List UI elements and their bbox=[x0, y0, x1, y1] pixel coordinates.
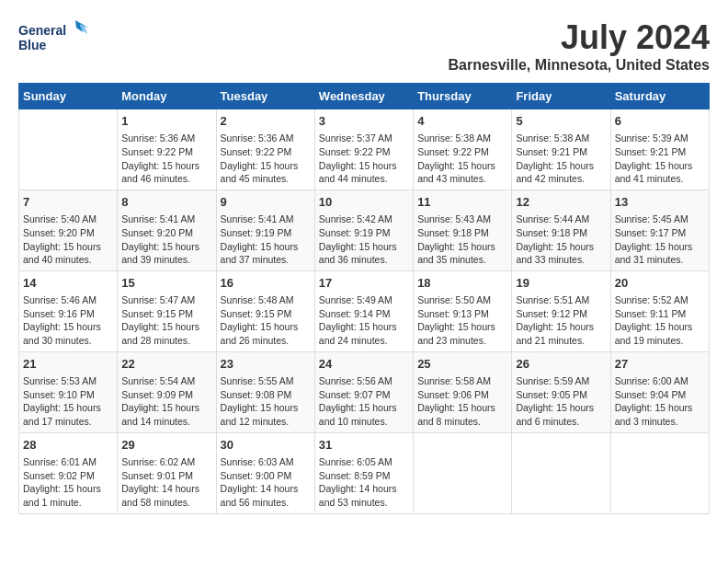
day-number: 31 bbox=[319, 437, 409, 454]
day-info: Sunrise: 5:54 AMSunset: 9:09 PMDaylight:… bbox=[121, 374, 211, 429]
day-number: 7 bbox=[23, 194, 113, 211]
day-number: 21 bbox=[23, 356, 113, 373]
calendar-cell: 15Sunrise: 5:47 AMSunset: 9:15 PMDayligh… bbox=[118, 270, 216, 351]
header-cell-thursday: Thursday bbox=[414, 84, 512, 109]
day-info: Sunrise: 5:41 AMSunset: 9:20 PMDaylight:… bbox=[121, 213, 211, 267]
day-number: 8 bbox=[121, 194, 211, 211]
day-info: Sunrise: 5:41 AMSunset: 9:19 PMDaylight:… bbox=[221, 213, 311, 267]
calendar-week-5: 28Sunrise: 6:01 AMSunset: 9:02 PMDayligh… bbox=[19, 432, 710, 513]
calendar-table: SundayMondayTuesdayWednesdayThursdayFrid… bbox=[18, 83, 710, 514]
day-info: Sunrise: 5:45 AMSunset: 9:17 PMDaylight:… bbox=[615, 213, 705, 267]
svg-text:General: General bbox=[18, 23, 66, 38]
calendar-cell: 4Sunrise: 5:38 AMSunset: 9:22 PMDaylight… bbox=[414, 109, 512, 190]
day-number: 11 bbox=[417, 194, 507, 211]
day-info: Sunrise: 5:47 AMSunset: 9:15 PMDaylight:… bbox=[121, 293, 211, 348]
day-number: 29 bbox=[121, 437, 211, 454]
day-number: 23 bbox=[221, 356, 311, 373]
calendar-cell: 18Sunrise: 5:50 AMSunset: 9:13 PMDayligh… bbox=[414, 270, 512, 351]
calendar-cell: 30Sunrise: 6:03 AMSunset: 9:00 PMDayligh… bbox=[216, 432, 314, 513]
day-number: 2 bbox=[221, 113, 311, 130]
day-number: 14 bbox=[23, 275, 113, 292]
calendar-cell: 27Sunrise: 6:00 AMSunset: 9:04 PMDayligh… bbox=[610, 351, 709, 432]
day-info: Sunrise: 6:01 AMSunset: 9:02 PMDaylight:… bbox=[23, 455, 113, 510]
logo-wordmark: General Blue bbox=[18, 18, 92, 63]
month-title: July 2024 bbox=[448, 18, 710, 57]
day-number: 18 bbox=[417, 275, 507, 292]
calendar-week-2: 7Sunrise: 5:40 AMSunset: 9:20 PMDaylight… bbox=[19, 190, 710, 270]
day-info: Sunrise: 5:43 AMSunset: 9:18 PMDaylight:… bbox=[417, 213, 507, 267]
calendar-cell: 1Sunrise: 5:36 AMSunset: 9:22 PMDaylight… bbox=[118, 109, 216, 190]
day-number: 16 bbox=[221, 275, 311, 292]
day-info: Sunrise: 5:59 AMSunset: 9:05 PMDaylight:… bbox=[516, 374, 606, 429]
calendar-cell: 16Sunrise: 5:48 AMSunset: 9:15 PMDayligh… bbox=[216, 270, 314, 351]
day-number: 22 bbox=[121, 356, 211, 373]
day-number: 3 bbox=[319, 113, 409, 130]
day-number: 26 bbox=[516, 356, 606, 373]
calendar-cell: 26Sunrise: 5:59 AMSunset: 9:05 PMDayligh… bbox=[512, 351, 610, 432]
day-number: 4 bbox=[417, 113, 507, 130]
day-info: Sunrise: 6:03 AMSunset: 9:00 PMDaylight:… bbox=[221, 455, 311, 510]
calendar-cell: 11Sunrise: 5:43 AMSunset: 9:18 PMDayligh… bbox=[414, 190, 512, 270]
header-cell-tuesday: Tuesday bbox=[216, 84, 314, 109]
day-info: Sunrise: 5:56 AMSunset: 9:07 PMDaylight:… bbox=[319, 374, 409, 429]
calendar-week-3: 14Sunrise: 5:46 AMSunset: 9:16 PMDayligh… bbox=[19, 270, 710, 351]
day-info: Sunrise: 5:36 AMSunset: 9:22 PMDaylight:… bbox=[221, 132, 311, 186]
day-info: Sunrise: 5:53 AMSunset: 9:10 PMDaylight:… bbox=[23, 374, 113, 429]
calendar-cell: 31Sunrise: 6:05 AMSunset: 8:59 PMDayligh… bbox=[314, 432, 413, 513]
day-info: Sunrise: 5:58 AMSunset: 9:06 PMDaylight:… bbox=[417, 374, 507, 429]
location-title: Barnesville, Minnesota, United States bbox=[448, 57, 710, 74]
logo: General Blue bbox=[18, 18, 92, 63]
day-number: 12 bbox=[516, 194, 606, 211]
calendar-cell: 7Sunrise: 5:40 AMSunset: 9:20 PMDaylight… bbox=[19, 190, 118, 270]
calendar-cell: 6Sunrise: 5:39 AMSunset: 9:21 PMDaylight… bbox=[610, 109, 709, 190]
header-cell-wednesday: Wednesday bbox=[314, 84, 413, 109]
day-number: 13 bbox=[615, 194, 705, 211]
day-number: 9 bbox=[221, 194, 311, 211]
calendar-cell: 12Sunrise: 5:44 AMSunset: 9:18 PMDayligh… bbox=[512, 190, 610, 270]
day-info: Sunrise: 5:38 AMSunset: 9:21 PMDaylight:… bbox=[516, 132, 606, 186]
day-info: Sunrise: 5:51 AMSunset: 9:12 PMDaylight:… bbox=[516, 293, 606, 348]
day-number: 5 bbox=[516, 113, 606, 130]
day-number: 10 bbox=[319, 194, 409, 211]
general-blue-logo: General Blue bbox=[18, 18, 92, 60]
page-header: General Blue July 2024 Barnesville, Minn… bbox=[18, 18, 710, 74]
day-info: Sunrise: 5:44 AMSunset: 9:18 PMDaylight:… bbox=[516, 213, 606, 267]
header-cell-saturday: Saturday bbox=[610, 84, 709, 109]
calendar-cell bbox=[19, 109, 118, 190]
day-info: Sunrise: 5:38 AMSunset: 9:22 PMDaylight:… bbox=[417, 132, 507, 186]
day-number: 6 bbox=[615, 113, 705, 130]
day-number: 15 bbox=[121, 275, 211, 292]
calendar-cell: 8Sunrise: 5:41 AMSunset: 9:20 PMDaylight… bbox=[118, 190, 216, 270]
title-section: July 2024 Barnesville, Minnesota, United… bbox=[448, 18, 710, 74]
header-row: SundayMondayTuesdayWednesdayThursdayFrid… bbox=[19, 84, 710, 109]
day-number: 24 bbox=[319, 356, 409, 373]
day-info: Sunrise: 5:55 AMSunset: 9:08 PMDaylight:… bbox=[221, 374, 311, 429]
calendar-cell: 19Sunrise: 5:51 AMSunset: 9:12 PMDayligh… bbox=[512, 270, 610, 351]
calendar-cell: 10Sunrise: 5:42 AMSunset: 9:19 PMDayligh… bbox=[314, 190, 413, 270]
calendar-week-1: 1Sunrise: 5:36 AMSunset: 9:22 PMDaylight… bbox=[19, 109, 710, 190]
day-number: 28 bbox=[23, 437, 113, 454]
header-cell-monday: Monday bbox=[118, 84, 216, 109]
day-info: Sunrise: 6:00 AMSunset: 9:04 PMDaylight:… bbox=[615, 374, 705, 429]
calendar-cell: 22Sunrise: 5:54 AMSunset: 9:09 PMDayligh… bbox=[118, 351, 216, 432]
calendar-week-4: 21Sunrise: 5:53 AMSunset: 9:10 PMDayligh… bbox=[19, 351, 710, 432]
day-info: Sunrise: 5:37 AMSunset: 9:22 PMDaylight:… bbox=[319, 132, 409, 186]
day-info: Sunrise: 5:42 AMSunset: 9:19 PMDaylight:… bbox=[319, 213, 409, 267]
calendar-cell: 23Sunrise: 5:55 AMSunset: 9:08 PMDayligh… bbox=[216, 351, 314, 432]
svg-text:Blue: Blue bbox=[18, 38, 47, 52]
day-number: 25 bbox=[417, 356, 507, 373]
day-info: Sunrise: 5:36 AMSunset: 9:22 PMDaylight:… bbox=[121, 132, 211, 186]
day-number: 17 bbox=[319, 275, 409, 292]
calendar-cell: 29Sunrise: 6:02 AMSunset: 9:01 PMDayligh… bbox=[118, 432, 216, 513]
calendar-cell: 13Sunrise: 5:45 AMSunset: 9:17 PMDayligh… bbox=[610, 190, 709, 270]
day-number: 1 bbox=[121, 113, 211, 130]
calendar-cell: 2Sunrise: 5:36 AMSunset: 9:22 PMDaylight… bbox=[216, 109, 314, 190]
day-info: Sunrise: 5:50 AMSunset: 9:13 PMDaylight:… bbox=[417, 293, 507, 348]
calendar-cell: 5Sunrise: 5:38 AMSunset: 9:21 PMDaylight… bbox=[512, 109, 610, 190]
header-cell-sunday: Sunday bbox=[19, 84, 118, 109]
calendar-cell: 21Sunrise: 5:53 AMSunset: 9:10 PMDayligh… bbox=[19, 351, 118, 432]
day-info: Sunrise: 5:49 AMSunset: 9:14 PMDaylight:… bbox=[319, 293, 409, 348]
calendar-cell: 24Sunrise: 5:56 AMSunset: 9:07 PMDayligh… bbox=[314, 351, 413, 432]
day-info: Sunrise: 5:46 AMSunset: 9:16 PMDaylight:… bbox=[23, 293, 113, 348]
calendar-cell bbox=[610, 432, 709, 513]
